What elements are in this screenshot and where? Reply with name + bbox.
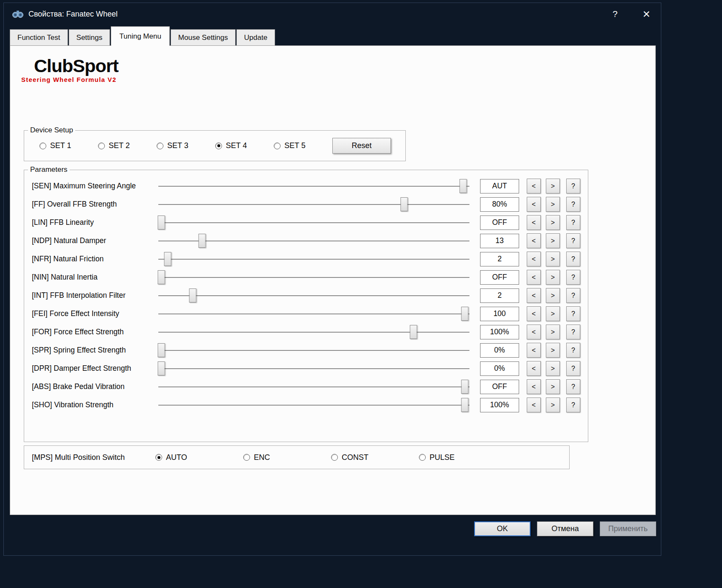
param-help-button[interactable]: ? xyxy=(566,379,580,394)
radio-button-icon[interactable] xyxy=(215,143,222,149)
param-increment-button[interactable]: > xyxy=(546,361,560,376)
radio-button-icon[interactable] xyxy=(419,454,426,461)
param-value-box[interactable]: OFF xyxy=(480,216,519,230)
param-slider-track[interactable] xyxy=(158,343,469,358)
mps-radio-option[interactable]: CONST xyxy=(331,453,419,462)
param-slider-thumb[interactable] xyxy=(461,380,469,394)
param-help-button[interactable]: ? xyxy=(566,233,580,248)
set-radio-option[interactable]: SET 4 xyxy=(215,141,274,150)
param-help-button[interactable]: ? xyxy=(566,361,580,376)
close-icon[interactable]: × xyxy=(637,5,656,23)
param-decrement-button[interactable]: < xyxy=(527,379,541,394)
tab-item[interactable]: Function Test xyxy=(10,29,68,45)
param-slider-thumb[interactable] xyxy=(158,216,165,230)
param-decrement-button[interactable]: < xyxy=(527,361,541,376)
param-slider-thumb[interactable] xyxy=(158,361,165,375)
param-increment-button[interactable]: > xyxy=(546,233,560,248)
reset-button[interactable]: Reset xyxy=(332,138,391,154)
mps-radio-option[interactable]: AUTO xyxy=(155,453,243,462)
param-slider-thumb[interactable] xyxy=(158,270,165,284)
mps-radio-option[interactable]: ENC xyxy=(243,453,331,462)
param-increment-button[interactable]: > xyxy=(546,179,560,193)
param-help-button[interactable]: ? xyxy=(566,215,580,230)
param-decrement-button[interactable]: < xyxy=(527,343,541,358)
apply-button[interactable]: Применить xyxy=(600,521,656,536)
param-help-button[interactable]: ? xyxy=(566,288,580,303)
param-slider-track[interactable] xyxy=(158,197,469,212)
param-help-button[interactable]: ? xyxy=(566,398,580,412)
param-value-box[interactable]: AUT xyxy=(480,179,519,193)
param-increment-button[interactable]: > xyxy=(546,197,560,212)
param-value-box[interactable]: 2 xyxy=(480,288,519,303)
param-slider-thumb[interactable] xyxy=(158,343,165,357)
set-radio-option[interactable]: SET 1 xyxy=(39,141,98,150)
param-value-box[interactable]: 100% xyxy=(480,398,519,412)
param-slider-track[interactable] xyxy=(158,252,469,267)
param-slider-track[interactable] xyxy=(158,379,469,395)
param-help-button[interactable]: ? xyxy=(566,325,580,339)
param-slider-track[interactable] xyxy=(158,325,469,340)
param-value-box[interactable]: 100 xyxy=(480,307,519,321)
param-value-box[interactable]: 0% xyxy=(480,343,519,358)
param-value-box[interactable]: 100% xyxy=(480,325,519,339)
param-value-box[interactable]: 2 xyxy=(480,252,519,266)
param-decrement-button[interactable]: < xyxy=(527,398,541,412)
param-help-button[interactable]: ? xyxy=(566,179,580,193)
param-increment-button[interactable]: > xyxy=(546,398,560,412)
param-slider-thumb[interactable] xyxy=(198,234,205,248)
param-slider-thumb[interactable] xyxy=(401,197,408,211)
param-slider-track[interactable] xyxy=(158,215,469,230)
set-radio-option[interactable]: SET 3 xyxy=(157,141,215,150)
param-slider-thumb[interactable] xyxy=(189,288,196,302)
param-slider-track[interactable] xyxy=(158,270,469,285)
param-value-box[interactable]: OFF xyxy=(480,380,519,394)
param-slider-track[interactable] xyxy=(158,306,469,322)
cancel-button[interactable]: Отмена xyxy=(537,521,593,536)
radio-button-icon[interactable] xyxy=(155,454,162,461)
param-decrement-button[interactable]: < xyxy=(527,306,541,321)
param-slider-thumb[interactable] xyxy=(410,325,417,339)
set-radio-option[interactable]: SET 5 xyxy=(274,141,332,150)
param-decrement-button[interactable]: < xyxy=(527,288,541,303)
param-slider-track[interactable] xyxy=(158,398,469,413)
radio-button-icon[interactable] xyxy=(157,143,163,149)
param-increment-button[interactable]: > xyxy=(546,343,560,358)
param-decrement-button[interactable]: < xyxy=(527,325,541,339)
param-help-button[interactable]: ? xyxy=(566,197,580,212)
radio-button-icon[interactable] xyxy=(39,143,46,149)
param-value-box[interactable]: OFF xyxy=(480,270,519,285)
radio-button-icon[interactable] xyxy=(243,454,250,461)
param-increment-button[interactable]: > xyxy=(546,252,560,266)
param-value-box[interactable]: 80% xyxy=(480,197,519,212)
param-increment-button[interactable]: > xyxy=(546,270,560,285)
tab-item[interactable]: Settings xyxy=(69,29,110,45)
param-decrement-button[interactable]: < xyxy=(527,233,541,248)
param-help-button[interactable]: ? xyxy=(566,306,580,321)
param-increment-button[interactable]: > xyxy=(546,325,560,339)
param-help-button[interactable]: ? xyxy=(566,270,580,285)
titlebar-help-button[interactable]: ? xyxy=(606,5,624,23)
param-increment-button[interactable]: > xyxy=(546,379,560,394)
set-radio-option[interactable]: SET 2 xyxy=(98,141,157,150)
param-slider-track[interactable] xyxy=(158,288,469,303)
param-slider-track[interactable] xyxy=(158,361,469,376)
radio-button-icon[interactable] xyxy=(98,143,105,149)
param-decrement-button[interactable]: < xyxy=(527,252,541,266)
tab-item[interactable]: Tuning Menu xyxy=(111,26,170,46)
param-value-box[interactable]: 0% xyxy=(480,361,519,376)
mps-radio-option[interactable]: PULSE xyxy=(419,453,507,462)
ok-button[interactable]: OK xyxy=(474,521,531,536)
param-slider-thumb[interactable] xyxy=(461,398,469,412)
param-slider-thumb[interactable] xyxy=(164,252,171,266)
param-help-button[interactable]: ? xyxy=(566,252,580,266)
param-increment-button[interactable]: > xyxy=(546,306,560,321)
radio-button-icon[interactable] xyxy=(331,454,338,461)
param-slider-track[interactable] xyxy=(158,179,469,194)
param-decrement-button[interactable]: < xyxy=(527,270,541,285)
param-decrement-button[interactable]: < xyxy=(527,179,541,193)
param-decrement-button[interactable]: < xyxy=(527,215,541,230)
param-increment-button[interactable]: > xyxy=(546,215,560,230)
param-slider-track[interactable] xyxy=(158,233,469,249)
tab-item[interactable]: Update xyxy=(236,29,275,45)
tab-item[interactable]: Mouse Settings xyxy=(171,29,236,45)
